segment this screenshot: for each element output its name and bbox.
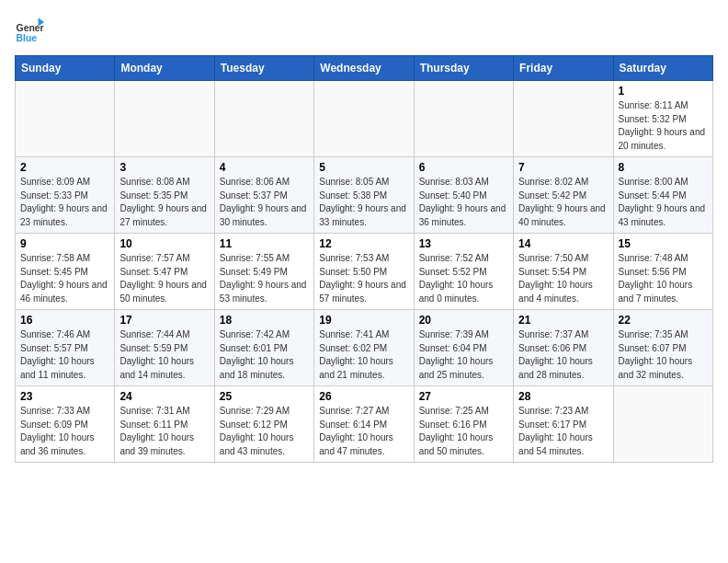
day-number: 10 xyxy=(119,237,209,250)
calendar-cell xyxy=(115,81,214,157)
calendar-week-row: 9Sunrise: 7:58 AM Sunset: 5:45 PM Daylig… xyxy=(16,234,713,310)
calendar-cell: 13Sunrise: 7:52 AM Sunset: 5:52 PM Dayli… xyxy=(414,234,513,310)
calendar-cell: 23Sunrise: 7:33 AM Sunset: 6:09 PM Dayli… xyxy=(16,386,115,463)
day-info: Sunrise: 8:02 AM Sunset: 5:42 PM Dayligh… xyxy=(518,176,608,229)
day-number: 25 xyxy=(220,390,309,403)
calendar-cell: 14Sunrise: 7:50 AM Sunset: 5:54 PM Dayli… xyxy=(514,234,613,310)
logo: General Blue xyxy=(15,15,48,44)
day-info: Sunrise: 7:48 AM Sunset: 5:56 PM Dayligh… xyxy=(619,252,708,305)
day-info: Sunrise: 7:29 AM Sunset: 6:12 PM Dayligh… xyxy=(220,405,309,458)
calendar-week-row: 1Sunrise: 8:11 AM Sunset: 5:32 PM Daylig… xyxy=(16,81,713,157)
day-number: 26 xyxy=(319,390,408,403)
day-info: Sunrise: 7:41 AM Sunset: 6:02 PM Dayligh… xyxy=(319,328,408,382)
day-number: 23 xyxy=(20,390,109,403)
day-info: Sunrise: 7:46 AM Sunset: 5:57 PM Dayligh… xyxy=(20,328,109,382)
day-number: 22 xyxy=(619,314,708,327)
day-number: 20 xyxy=(419,314,508,327)
calendar-cell: 21Sunrise: 7:37 AM Sunset: 6:06 PM Dayli… xyxy=(514,310,613,386)
calendar-cell xyxy=(613,386,712,463)
calendar-cell: 5Sunrise: 8:05 AM Sunset: 5:38 PM Daylig… xyxy=(314,157,414,234)
day-info: Sunrise: 8:05 AM Sunset: 5:38 PM Dayligh… xyxy=(319,176,408,229)
calendar-week-row: 2Sunrise: 8:09 AM Sunset: 5:33 PM Daylig… xyxy=(16,157,713,234)
page-header: General Blue xyxy=(15,15,713,44)
logo-icon: General Blue xyxy=(15,15,44,44)
weekday-header-thursday: Thursday xyxy=(414,56,513,81)
weekday-header-sunday: Sunday xyxy=(16,56,115,81)
calendar-cell: 17Sunrise: 7:44 AM Sunset: 5:59 PM Dayli… xyxy=(115,310,214,386)
day-info: Sunrise: 7:42 AM Sunset: 6:01 PM Dayligh… xyxy=(220,328,309,382)
day-info: Sunrise: 7:25 AM Sunset: 6:16 PM Dayligh… xyxy=(419,405,508,458)
day-number: 14 xyxy=(518,237,608,250)
calendar-cell xyxy=(16,81,115,157)
calendar-week-row: 16Sunrise: 7:46 AM Sunset: 5:57 PM Dayli… xyxy=(16,310,713,386)
calendar-cell: 3Sunrise: 8:08 AM Sunset: 5:35 PM Daylig… xyxy=(115,157,214,234)
calendar-cell xyxy=(514,81,613,157)
calendar-cell: 18Sunrise: 7:42 AM Sunset: 6:01 PM Dayli… xyxy=(214,310,313,386)
calendar-table: SundayMondayTuesdayWednesdayThursdayFrid… xyxy=(15,55,713,463)
calendar-week-row: 23Sunrise: 7:33 AM Sunset: 6:09 PM Dayli… xyxy=(16,386,713,463)
day-number: 12 xyxy=(319,237,408,250)
calendar-cell: 10Sunrise: 7:57 AM Sunset: 5:47 PM Dayli… xyxy=(115,234,214,310)
calendar-cell: 11Sunrise: 7:55 AM Sunset: 5:49 PM Dayli… xyxy=(214,234,313,310)
calendar-cell: 2Sunrise: 8:09 AM Sunset: 5:33 PM Daylig… xyxy=(16,157,115,234)
day-number: 1 xyxy=(619,85,708,98)
day-number: 9 xyxy=(20,237,109,250)
day-number: 7 xyxy=(518,161,608,174)
calendar-cell xyxy=(214,81,313,157)
day-info: Sunrise: 7:31 AM Sunset: 6:11 PM Dayligh… xyxy=(119,405,209,458)
day-number: 3 xyxy=(119,161,209,174)
calendar-cell: 7Sunrise: 8:02 AM Sunset: 5:42 PM Daylig… xyxy=(514,157,613,234)
day-info: Sunrise: 7:39 AM Sunset: 6:04 PM Dayligh… xyxy=(419,328,508,382)
weekday-header-monday: Monday xyxy=(115,56,214,81)
day-info: Sunrise: 7:55 AM Sunset: 5:49 PM Dayligh… xyxy=(220,252,309,305)
calendar-cell: 20Sunrise: 7:39 AM Sunset: 6:04 PM Dayli… xyxy=(414,310,513,386)
weekday-header-row: SundayMondayTuesdayWednesdayThursdayFrid… xyxy=(16,56,713,81)
calendar-cell: 15Sunrise: 7:48 AM Sunset: 5:56 PM Dayli… xyxy=(613,234,712,310)
day-info: Sunrise: 8:00 AM Sunset: 5:44 PM Dayligh… xyxy=(619,176,708,229)
calendar-cell: 24Sunrise: 7:31 AM Sunset: 6:11 PM Dayli… xyxy=(115,386,214,463)
svg-text:Blue: Blue xyxy=(17,33,38,43)
day-number: 5 xyxy=(319,161,408,174)
day-info: Sunrise: 8:09 AM Sunset: 5:33 PM Dayligh… xyxy=(20,176,109,229)
day-number: 16 xyxy=(20,314,109,327)
calendar-cell xyxy=(314,81,414,157)
day-number: 21 xyxy=(518,314,608,327)
day-info: Sunrise: 7:44 AM Sunset: 5:59 PM Dayligh… xyxy=(119,328,209,382)
calendar-cell: 19Sunrise: 7:41 AM Sunset: 6:02 PM Dayli… xyxy=(314,310,414,386)
calendar-cell: 25Sunrise: 7:29 AM Sunset: 6:12 PM Dayli… xyxy=(214,386,313,463)
calendar-cell: 12Sunrise: 7:53 AM Sunset: 5:50 PM Dayli… xyxy=(314,234,414,310)
day-number: 2 xyxy=(20,161,109,174)
day-info: Sunrise: 7:58 AM Sunset: 5:45 PM Dayligh… xyxy=(20,252,109,305)
weekday-header-tuesday: Tuesday xyxy=(214,56,313,81)
day-info: Sunrise: 8:03 AM Sunset: 5:40 PM Dayligh… xyxy=(419,176,508,229)
day-info: Sunrise: 7:57 AM Sunset: 5:47 PM Dayligh… xyxy=(119,252,209,305)
calendar-cell: 27Sunrise: 7:25 AM Sunset: 6:16 PM Dayli… xyxy=(414,386,513,463)
day-info: Sunrise: 8:11 AM Sunset: 5:32 PM Dayligh… xyxy=(619,99,708,153)
day-info: Sunrise: 7:37 AM Sunset: 6:06 PM Dayligh… xyxy=(518,328,608,382)
day-info: Sunrise: 7:52 AM Sunset: 5:52 PM Dayligh… xyxy=(419,252,508,305)
day-number: 11 xyxy=(220,237,309,250)
calendar-cell: 1Sunrise: 8:11 AM Sunset: 5:32 PM Daylig… xyxy=(613,81,712,157)
calendar-cell: 16Sunrise: 7:46 AM Sunset: 5:57 PM Dayli… xyxy=(16,310,115,386)
day-number: 17 xyxy=(119,314,209,327)
day-number: 28 xyxy=(518,390,608,403)
weekday-header-saturday: Saturday xyxy=(613,56,712,81)
day-info: Sunrise: 7:23 AM Sunset: 6:17 PM Dayligh… xyxy=(518,405,608,458)
day-number: 18 xyxy=(220,314,309,327)
day-info: Sunrise: 7:33 AM Sunset: 6:09 PM Dayligh… xyxy=(20,405,109,458)
day-number: 8 xyxy=(619,161,708,174)
calendar-cell: 4Sunrise: 8:06 AM Sunset: 5:37 PM Daylig… xyxy=(214,157,313,234)
day-number: 15 xyxy=(619,237,708,250)
day-info: Sunrise: 8:08 AM Sunset: 5:35 PM Dayligh… xyxy=(119,176,209,229)
calendar-cell: 9Sunrise: 7:58 AM Sunset: 5:45 PM Daylig… xyxy=(16,234,115,310)
day-number: 6 xyxy=(419,161,508,174)
day-number: 24 xyxy=(119,390,209,403)
calendar-cell: 26Sunrise: 7:27 AM Sunset: 6:14 PM Dayli… xyxy=(314,386,414,463)
calendar-cell xyxy=(414,81,513,157)
weekday-header-friday: Friday xyxy=(514,56,613,81)
day-info: Sunrise: 7:27 AM Sunset: 6:14 PM Dayligh… xyxy=(319,405,408,458)
day-number: 27 xyxy=(419,390,508,403)
day-number: 4 xyxy=(220,161,309,174)
weekday-header-wednesday: Wednesday xyxy=(314,56,414,81)
day-number: 19 xyxy=(319,314,408,327)
